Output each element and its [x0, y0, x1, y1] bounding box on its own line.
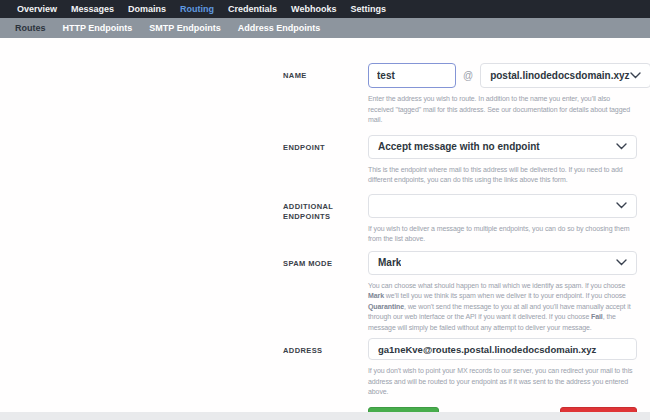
spam-mode-label: SPAM MODE: [283, 251, 368, 334]
subnav-item-routes[interactable]: Routes: [15, 23, 46, 33]
nav-item-settings[interactable]: Settings: [350, 4, 386, 14]
nav-item-credentials[interactable]: Credentials: [228, 4, 277, 14]
route-edit-page: NAME @ postal.linodedocsdomain.xyz Enter…: [0, 38, 650, 420]
spam-mode-select[interactable]: Mark: [368, 251, 637, 275]
endpoint-select-value: Accept message with no endpoint: [378, 141, 540, 152]
spam-mode-select-value: Mark: [378, 257, 401, 268]
at-separator: @: [463, 70, 473, 81]
chevron-down-icon: [616, 259, 627, 266]
top-navigation: Overview Messages Domains Routing Creden…: [0, 0, 650, 18]
chevron-down-icon: [616, 202, 627, 209]
name-help-text: Enter the address you wish to route. In …: [368, 94, 637, 126]
name-label: NAME: [283, 63, 368, 126]
endpoint-label: ENDPOINT: [283, 135, 368, 186]
additional-endpoints-row: ADDITIONAL ENDPOINTS If you wish to deli…: [283, 194, 637, 245]
endpoint-help-text: This is the endpoint where mail to this …: [368, 165, 637, 186]
endpoint-select[interactable]: Accept message with no endpoint: [368, 135, 637, 159]
address-help-text: If you don't wish to point your MX recor…: [368, 366, 637, 398]
nav-item-domains[interactable]: Domains: [128, 4, 166, 14]
subnav-item-http-endpoints[interactable]: HTTP Endpoints: [63, 23, 133, 33]
nav-item-webhooks[interactable]: Webhooks: [291, 4, 336, 14]
domain-select-value: postal.linodedocsdomain.xyz: [490, 70, 629, 81]
domain-select[interactable]: postal.linodedocsdomain.xyz: [480, 63, 650, 88]
nav-item-routing[interactable]: Routing: [180, 4, 214, 14]
additional-endpoints-label: ADDITIONAL ENDPOINTS: [283, 194, 368, 245]
route-name-input[interactable]: [368, 63, 456, 88]
chevron-down-icon: [630, 72, 641, 79]
name-row: NAME @ postal.linodedocsdomain.xyz Enter…: [283, 63, 637, 126]
subnav-item-smtp-endpoints[interactable]: SMTP Endpoints: [149, 23, 220, 33]
page-bottom-strip: [0, 412, 650, 420]
endpoint-row: ENDPOINT Accept message with no endpoint…: [283, 135, 637, 186]
nav-item-messages[interactable]: Messages: [71, 4, 114, 14]
spam-mode-help-text: You can choose what should happen to mai…: [368, 281, 637, 334]
sub-navigation: Routes HTTP Endpoints SMTP Endpoints Add…: [0, 18, 650, 38]
route-address-input[interactable]: [368, 338, 637, 360]
additional-endpoints-select[interactable]: [368, 194, 637, 218]
spam-mode-row: SPAM MODE Mark You can choose what shoul…: [283, 251, 637, 334]
address-row: ADDRESS If you don't wish to point your …: [283, 338, 637, 420]
subnav-item-address-endpoints[interactable]: Address Endpoints: [238, 23, 321, 33]
chevron-down-icon: [616, 143, 627, 150]
nav-item-overview[interactable]: Overview: [17, 4, 57, 14]
additional-endpoints-help-text: If you wish to deliver a message to mult…: [368, 224, 637, 245]
address-label: ADDRESS: [283, 338, 368, 420]
route-form: NAME @ postal.linodedocsdomain.xyz Enter…: [283, 63, 637, 420]
